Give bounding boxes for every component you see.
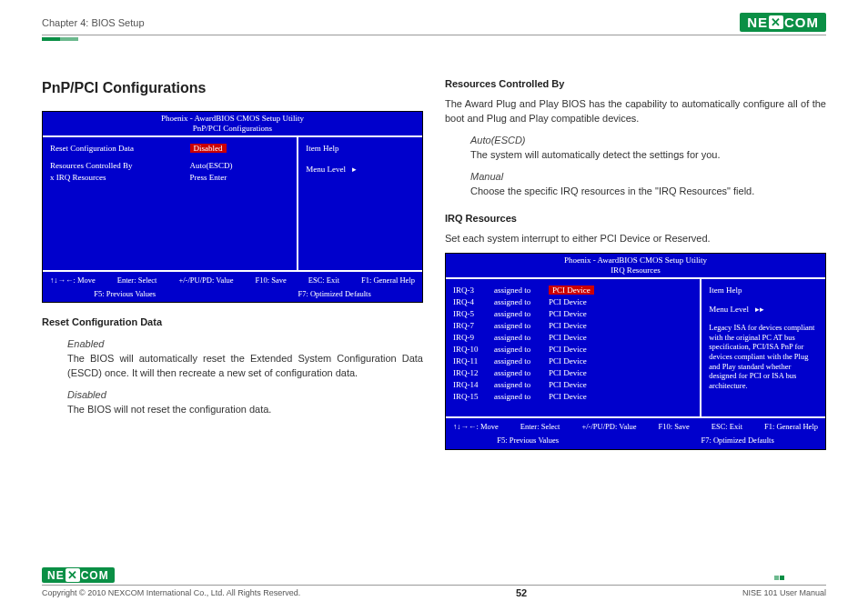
corner-decoration-icon: [774, 576, 784, 580]
option-description: The system will automatically detect the…: [470, 148, 826, 163]
bios-menu-level: Menu Level: [306, 165, 346, 174]
irq-assigned-label: assigned to: [494, 332, 549, 344]
bios-key-hint: ESC: Exit: [712, 421, 742, 432]
option-description: The BIOS will automatically reset the Ex…: [67, 352, 423, 381]
irq-number: IRQ-10: [453, 344, 494, 356]
footer-logo: NE✕COM: [42, 567, 115, 583]
bios-field-label: Reset Configuration Data: [50, 143, 190, 155]
bios-title-1: Phoenix - AwardBIOS CMOS Setup Utility: [43, 114, 422, 124]
option-label: Disabled: [67, 388, 423, 403]
bios-key-hint: F7: Optimized Defaults: [298, 288, 371, 299]
irq-value: PCI Device: [549, 356, 692, 367]
bios-key-hint: F5: Previous Values: [497, 435, 559, 446]
bios-key-hint: F1: General Help: [764, 421, 818, 432]
bios-irq-row: IRQ-11assigned toPCI Device: [453, 356, 692, 367]
irq-number: IRQ-4: [453, 296, 494, 308]
irq-value: PCI Device: [549, 308, 692, 320]
subheading: IRQ Resources: [445, 212, 826, 226]
irq-value: PCI Device: [549, 296, 692, 308]
option-description: Choose the specific IRQ resources in the…: [470, 185, 826, 199]
irq-assigned-label: assigned to: [494, 367, 549, 379]
bios-irq-row: IRQ-3assigned toPCI Device: [453, 285, 692, 296]
bios-key-hint: F7: Optimized Defaults: [701, 435, 774, 446]
irq-number: IRQ-9: [453, 332, 494, 344]
right-column: Resources Controlled By The Award Plug a…: [445, 77, 826, 459]
option-description: The BIOS will not reset the configuratio…: [67, 403, 423, 417]
bios-help-title: Item Help: [709, 285, 818, 296]
irq-value: PCI Device: [549, 332, 692, 344]
subheading: Reset Configuration Data: [42, 316, 423, 330]
bios-key-hint: F10: Save: [659, 421, 690, 432]
irq-number: IRQ-3: [453, 285, 494, 296]
bios-key-hint: +/-/PU/PD: Value: [178, 275, 233, 285]
irq-value: PCI Device: [549, 344, 692, 356]
irq-value: PCI Device: [549, 285, 692, 296]
bios-irq-row: IRQ-7assigned toPCI Device: [453, 320, 692, 332]
bios-field-label: x IRQ Resources: [50, 172, 190, 184]
section-title: PnP/PCI Configurations: [42, 77, 423, 98]
bios-key-hint: ESC: Exit: [308, 275, 339, 285]
header-bar: Chapter 4: BIOS Setup NE✕COM: [42, 13, 826, 35]
irq-assigned-label: assigned to: [494, 356, 549, 367]
bios-irq-row: IRQ-12assigned toPCI Device: [453, 367, 692, 379]
irq-value: PCI Device: [549, 320, 692, 332]
option-label: Enabled: [67, 337, 423, 352]
bios-field-value: Auto(ESCD): [190, 160, 290, 172]
bios-field-label: Resources Controlled By: [50, 160, 190, 172]
irq-number: IRQ-5: [453, 308, 494, 320]
bios-irq-row: IRQ-15assigned toPCI Device: [453, 391, 692, 403]
irq-assigned-label: assigned to: [494, 379, 549, 391]
irq-assigned-label: assigned to: [494, 285, 549, 296]
bios-key-hint: F1: General Help: [361, 275, 415, 285]
bios-irq-row: IRQ-5assigned toPCI Device: [453, 308, 692, 320]
brand-logo: NE✕COM: [740, 13, 826, 32]
bios-irq-row: IRQ-9assigned toPCI Device: [453, 332, 692, 344]
bios-key-hint: ↑↓→←: Move: [50, 275, 96, 285]
bios-field-value: Press Enter: [190, 172, 290, 184]
manual-name: NISE 101 User Manual: [742, 588, 826, 597]
bios-key-hint: Enter: Select: [117, 275, 157, 285]
irq-assigned-label: assigned to: [494, 391, 549, 403]
option-label: Manual: [470, 170, 826, 185]
option-label: Auto(ESCD): [470, 134, 826, 148]
bios-irq-row: IRQ-14assigned toPCI Device: [453, 379, 692, 391]
bios-key-hint: F5: Previous Values: [94, 288, 156, 299]
bios-title-2: IRQ Resources: [446, 265, 825, 275]
triangle-right-icon: ▸▸: [755, 305, 764, 314]
irq-value: PCI Device: [549, 391, 692, 403]
bios-help-text: Legacy ISA for devices compliant with th…: [709, 323, 818, 390]
bios-key-hint: Enter: Select: [520, 421, 560, 432]
irq-number: IRQ-7: [453, 320, 494, 332]
copyright-text: Copyright © 2010 NEXCOM International Co…: [42, 588, 300, 597]
triangle-right-icon: ▸: [352, 165, 357, 174]
bios-screenshot-pnp: Phoenix - AwardBIOS CMOS Setup Utility P…: [42, 111, 423, 303]
irq-number: IRQ-14: [453, 379, 494, 391]
subheading: Resources Controlled By: [445, 77, 826, 92]
irq-value: PCI Device: [549, 379, 692, 391]
body-text: Set each system interrupt to either PCI …: [445, 232, 826, 246]
bios-key-hint: ↑↓→←: Move: [453, 421, 499, 432]
header-rule-decoration: [42, 37, 826, 41]
bios-key-hint: +/-/PU/PD: Value: [581, 421, 636, 432]
body-text: The Award Plug and Play BIOS has the cap…: [445, 97, 826, 126]
irq-assigned-label: assigned to: [494, 308, 549, 320]
page-number: 52: [516, 587, 527, 598]
irq-number: IRQ-11: [453, 356, 494, 367]
chapter-title: Chapter 4: BIOS Setup: [42, 17, 145, 28]
bios-field-value-highlighted: Disabled: [190, 144, 227, 153]
irq-value: PCI Device: [549, 367, 692, 379]
bios-title-1: Phoenix - AwardBIOS CMOS Setup Utility: [446, 255, 825, 265]
irq-number: IRQ-12: [453, 367, 494, 379]
irq-assigned-label: assigned to: [494, 344, 549, 356]
bios-irq-row: IRQ-10assigned toPCI Device: [453, 344, 692, 356]
bios-screenshot-irq: Phoenix - AwardBIOS CMOS Setup Utility I…: [445, 253, 826, 449]
bios-key-hint: F10: Save: [256, 275, 287, 285]
irq-number: IRQ-15: [453, 391, 494, 403]
bios-help-title: Item Help: [306, 143, 415, 155]
irq-assigned-label: assigned to: [494, 320, 549, 332]
bios-irq-row: IRQ-4assigned toPCI Device: [453, 296, 692, 308]
page-footer: NE✕COM Copyright © 2010 NEXCOM Internati…: [42, 566, 826, 599]
bios-menu-level: Menu Level: [709, 305, 749, 314]
left-column: PnP/PCI Configurations Phoenix - AwardBI…: [42, 77, 423, 459]
irq-assigned-label: assigned to: [494, 296, 549, 308]
